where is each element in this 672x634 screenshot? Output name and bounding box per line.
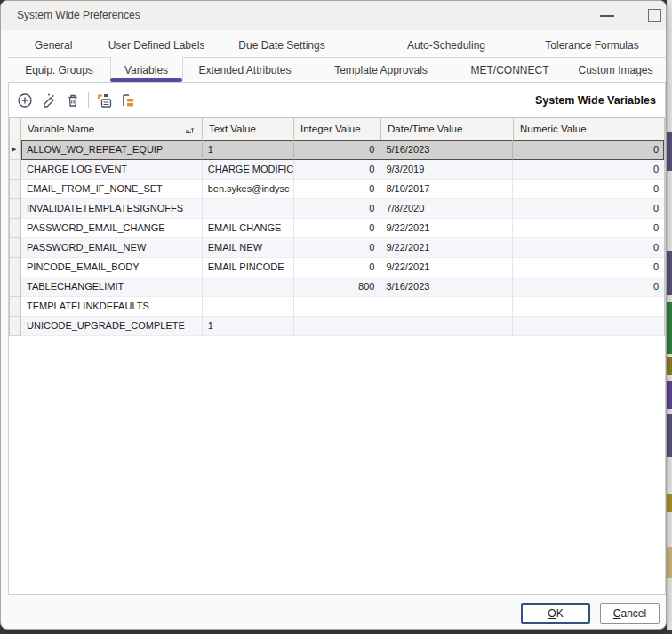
- cell-variable-name[interactable]: ALLOW_WO_REPEAT_EQUIP: [21, 140, 203, 160]
- cell-numeric-value[interactable]: 0: [513, 140, 664, 160]
- tab-due-date-settings[interactable]: Due Date Settings: [209, 33, 355, 57]
- row-indicator: [9, 297, 21, 317]
- paste-button[interactable]: [92, 89, 116, 112]
- cell-datetime-value[interactable]: 7/8/2020: [380, 199, 513, 219]
- dialog-button-bar: OK Cancel: [1, 595, 667, 630]
- table-row[interactable]: PASSWORD_EMAIL_CHANGE EMAIL CHANGE 0 9/2…: [9, 219, 665, 238]
- row-indicator: [9, 258, 21, 277]
- cell-datetime-value[interactable]: 8/10/2017: [380, 180, 513, 199]
- row-indicator: [9, 317, 21, 336]
- tab-template-approvals[interactable]: Template Approvals: [308, 58, 454, 82]
- cell-integer-value[interactable]: 0: [294, 180, 381, 199]
- add-icon: [17, 92, 33, 108]
- current-row-indicator-icon: [9, 140, 21, 160]
- cell-variable-name[interactable]: PASSWORD_EMAIL_NEW: [21, 238, 203, 258]
- cell-variable-name[interactable]: PASSWORD_EMAIL_CHANGE: [21, 219, 203, 238]
- cell-text-value[interactable]: [203, 199, 294, 219]
- cell-variable-name[interactable]: INVALIDATETEMPLATESIGNOFFS: [21, 199, 203, 219]
- column-header-integer-value[interactable]: Integer Value: [294, 118, 381, 140]
- column-header-variable-name[interactable]: Variable Name: [21, 118, 203, 140]
- cell-text-value[interactable]: CHARGE MODIFIC: [203, 160, 294, 180]
- cell-datetime-value[interactable]: 9/22/2021: [380, 238, 513, 258]
- tab-met-connect[interactable]: MET/CONNECT: [454, 58, 565, 82]
- cell-text-value[interactable]: ben.sykes@indysc: [203, 180, 294, 199]
- paste-icon: [96, 92, 113, 109]
- tree-view-button[interactable]: [116, 89, 140, 112]
- cell-numeric-value[interactable]: 0: [513, 277, 664, 297]
- row-indicator: [9, 199, 21, 219]
- tab-tolerance-formulas[interactable]: Tolerance Formulas: [521, 33, 663, 57]
- cell-datetime-value[interactable]: 5/16/2023: [380, 140, 513, 160]
- column-header-numeric-value[interactable]: Numeric Value: [514, 118, 665, 140]
- cell-variable-name[interactable]: CHARGE LOG EVENT: [21, 160, 203, 180]
- cell-integer-value[interactable]: 0: [294, 160, 381, 180]
- cell-variable-name[interactable]: UNICODE_UPGRADE_COMPLETE: [21, 317, 203, 336]
- cell-datetime-value[interactable]: 9/22/2021: [380, 219, 513, 238]
- cell-datetime-value[interactable]: 9/22/2021: [380, 258, 513, 277]
- cell-variable-name[interactable]: EMAIL_FROM_IF_NONE_SET: [21, 180, 203, 199]
- cell-datetime-value[interactable]: 3/16/2023: [380, 277, 513, 297]
- tab-auto-scheduling[interactable]: Auto-Scheduling: [372, 33, 521, 57]
- cell-text-value[interactable]: 1: [203, 317, 294, 336]
- cell-text-value[interactable]: [203, 277, 294, 297]
- maximize-icon[interactable]: [648, 9, 661, 22]
- table-row[interactable]: ALLOW_WO_REPEAT_EQUIP 1 0 5/16/2023 0: [9, 140, 665, 160]
- title-bar: System Wide Preferences: [1, 1, 666, 30]
- cell-datetime-value[interactable]: 9/3/2019: [380, 160, 513, 180]
- column-header-datetime-value[interactable]: Date/Time Value: [381, 118, 514, 140]
- table-row[interactable]: EMAIL_FROM_IF_NONE_SET ben.sykes@indysc …: [9, 180, 665, 199]
- cell-integer-value[interactable]: 0: [294, 258, 381, 277]
- cell-numeric-value[interactable]: 0: [513, 219, 664, 238]
- cell-text-value[interactable]: EMAIL NEW: [203, 238, 294, 258]
- row-indicator: [9, 160, 21, 180]
- add-variable-button[interactable]: [12, 89, 36, 112]
- table-row[interactable]: CHARGE LOG EVENT CHARGE MODIFIC 0 9/3/20…: [9, 160, 665, 180]
- table-row[interactable]: INVALIDATETEMPLATESIGNOFFS 0 7/8/2020 0: [9, 199, 665, 219]
- minimize-icon[interactable]: [600, 15, 614, 17]
- cell-numeric-value[interactable]: 0: [513, 258, 664, 277]
- cell-variable-name[interactable]: TEMPLATELINKDEFAULTS: [21, 297, 203, 317]
- cell-numeric-value[interactable]: [513, 297, 664, 317]
- table-row[interactable]: PINCODE_EMAIL_BODY EMAIL PINCODE 0 9/22/…: [9, 258, 665, 277]
- delete-variable-button[interactable]: [60, 89, 84, 112]
- column-header-text-value[interactable]: Text Value: [203, 118, 294, 140]
- cell-datetime-value[interactable]: [380, 317, 513, 336]
- cell-numeric-value[interactable]: 0: [513, 160, 664, 180]
- selected-row-cells[interactable]: ALLOW_WO_REPEAT_EQUIP 1 0 5/16/2023 0: [21, 140, 665, 160]
- cell-integer-value[interactable]: 0: [294, 140, 381, 160]
- toolbar: [12, 87, 140, 114]
- tab-user-defined-labels[interactable]: User Defined Labels: [99, 33, 214, 57]
- tab-equip-groups[interactable]: Equip. Groups: [8, 58, 110, 82]
- table-row[interactable]: UNICODE_UPGRADE_COMPLETE 1: [9, 317, 665, 336]
- tab-general[interactable]: General: [8, 33, 99, 57]
- tab-custom-images[interactable]: Custom Images: [565, 58, 666, 82]
- cell-numeric-value[interactable]: 0: [513, 199, 664, 219]
- ok-button[interactable]: OK: [521, 603, 590, 624]
- cell-text-value[interactable]: EMAIL PINCODE: [203, 258, 294, 277]
- edit-icon: [41, 92, 57, 108]
- cell-integer-value[interactable]: 800: [294, 277, 381, 297]
- cell-integer-value[interactable]: [294, 317, 381, 336]
- cell-numeric-value[interactable]: 0: [513, 180, 664, 199]
- cell-integer-value[interactable]: 0: [294, 219, 381, 238]
- cell-integer-value[interactable]: [294, 297, 381, 317]
- tab-extended-attributes[interactable]: Extended Attributes: [182, 58, 308, 82]
- cell-text-value[interactable]: EMAIL CHANGE: [203, 219, 294, 238]
- cell-numeric-value[interactable]: 0: [513, 238, 664, 258]
- cell-variable-name[interactable]: TABLECHANGELIMIT: [21, 277, 203, 297]
- row-indicator: [9, 277, 21, 297]
- cell-text-value[interactable]: [203, 297, 294, 317]
- cell-text-value[interactable]: 1: [203, 140, 294, 160]
- table-row[interactable]: TABLECHANGELIMIT 800 3/16/2023 0: [9, 277, 665, 297]
- table-row[interactable]: PASSWORD_EMAIL_NEW EMAIL NEW 0 9/22/2021…: [9, 238, 665, 258]
- cell-integer-value[interactable]: 0: [294, 199, 381, 219]
- tree-icon: [120, 92, 137, 109]
- cell-variable-name[interactable]: PINCODE_EMAIL_BODY: [21, 258, 203, 277]
- cell-numeric-value[interactable]: [513, 317, 664, 336]
- cell-integer-value[interactable]: 0: [294, 238, 381, 258]
- cancel-button[interactable]: Cancel: [600, 603, 660, 624]
- edit-variable-button[interactable]: [36, 89, 60, 112]
- grid-header-row: Variable Name Text Value Integer Value D…: [9, 117, 665, 140]
- table-row[interactable]: TEMPLATELINKDEFAULTS: [9, 297, 665, 317]
- cell-datetime-value[interactable]: [380, 297, 513, 317]
